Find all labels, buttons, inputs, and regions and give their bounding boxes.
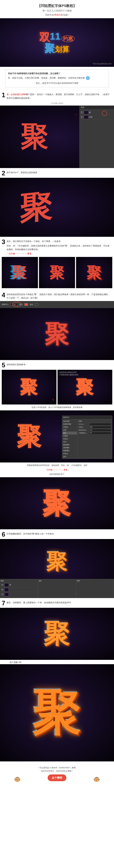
step3-line2: 开始 Alt +方向键挤压，选择合适的厚度之后要修收栏在后的"聚"，其他的合并，…	[7, 244, 111, 251]
style-item[interactable]: 混合选项	[63, 420, 77, 423]
step2-canvas: 聚	[0, 178, 114, 237]
step5-caption-mid: 这是个1PX的边框，加上个1PX相描边就够饱满，参考看效果	[0, 404, 114, 410]
ps-options-bar[interactable]: 选择中心 1 px 填充 描边	[0, 301, 114, 308]
visibility-icon[interactable]	[81, 116, 83, 118]
step1-num: 1	[2, 92, 5, 98]
style-list[interactable]: 混合选项 斜面和浮雕 等高线 纹理 描边 内阴影 内发光 光泽 颜色叠加 渐变叠…	[62, 419, 78, 459]
hero-yuehui: 约惠	[62, 35, 75, 42]
step2-num: 2	[2, 170, 5, 176]
step3-img-2: 聚	[39, 257, 75, 288]
style-item[interactable]: 等高线	[63, 426, 77, 429]
layer-row[interactable]: 背景	[80, 115, 113, 120]
layers-tab[interactable]: 图层	[79, 105, 114, 110]
intro-callout: 有妹子问-电商海报的大标题字体总是很炫酷，怎么做呢？ 答：很多方法啦。大神们用C…	[5, 69, 109, 87]
opac-input[interactable]: 100	[89, 432, 111, 434]
subtitle-2: 写的不好求你们多包涵~	[0, 13, 114, 17]
dialog-title: 图层样式	[62, 416, 112, 419]
step3-gallery: 聚 聚 聚	[0, 257, 114, 290]
layer-thumb	[4, 593, 9, 596]
step-6: 6 打开隐藏的图层，在中间的"聚"图层上加一个外发光 聚 图层 聚 属性 调整	[0, 529, 114, 598]
pane-title[interactable]: 调整	[77, 580, 113, 582]
final-char: 聚	[33, 680, 81, 746]
blend-select[interactable]: 正常	[89, 429, 111, 431]
step5-num: 5	[2, 362, 5, 368]
visibility-icon[interactable]	[1, 589, 3, 591]
caption-top: 边框的竖向随便定来吧 只要能把握在偏面的感觉	[59, 371, 78, 376]
style-item[interactable]: 内发光	[63, 437, 77, 440]
style-item[interactable]: 渐变叠加	[63, 446, 77, 449]
hero-credit: * 图片来自@AK双生大神	[92, 63, 111, 65]
layer-thumb	[4, 583, 9, 587]
layer-thumb	[84, 111, 88, 114]
header: 【凹陷霓虹字体PS教程】 第一次正儿八经的写个小教程 写的不好求你们多包涵~	[0, 0, 114, 18]
sub2c: 多包涵~	[61, 13, 69, 16]
visibility-icon[interactable]	[81, 112, 83, 114]
attention-circle-icon	[102, 111, 107, 116]
opt-select-center[interactable]: 选择中心	[2, 303, 9, 306]
like-button[interactable]: 点个赞吧	[48, 774, 66, 781]
layer-thumb	[84, 116, 88, 119]
layer-row[interactable]: 聚	[80, 110, 113, 115]
pos-select[interactable]: 外部	[89, 426, 111, 429]
size-input[interactable]: 1	[89, 423, 111, 426]
step-5: 5 这时候我们复制参考~ 聚 ↘ 聚 边框的竖向随便定来吧 只要能把握在偏面的感…	[0, 360, 114, 529]
pos-label: 位置(P):	[79, 426, 88, 428]
step-2: 2 把字体Ctrl+T，变形到合适的角度 聚	[0, 168, 114, 237]
step3-line1: 首先，我们看到文字后面有一个描边，有个厚度，一份多彩	[7, 240, 111, 243]
step5-img2: 聚 边框的竖向随便定来吧 只要能把握在偏面的感觉	[58, 370, 112, 404]
stroke-swatch[interactable]	[35, 303, 38, 306]
arrow-icon: ↘	[52, 398, 54, 401]
style-item[interactable]: 颜色叠加	[63, 443, 77, 446]
step5-char2: 聚	[76, 375, 93, 399]
style-item-active[interactable]: 描边	[63, 432, 77, 435]
step4-canvas: 选择中心 1 px 填充 描边 聚	[0, 301, 114, 360]
props-pane[interactable]: 属性	[38, 579, 76, 598]
step3-char3: 聚	[87, 262, 102, 282]
step1-red: 第一步把标题打好啊!	[7, 93, 26, 96]
visibility-icon[interactable]	[1, 593, 3, 595]
pane-title[interactable]: 属性	[39, 580, 75, 582]
pane-title[interactable]: 图层	[1, 580, 37, 582]
fill-swatch[interactable]	[25, 303, 28, 306]
style-item[interactable]: 斜面和浮雕	[63, 423, 77, 426]
blend-label: 混合模式(B):	[79, 429, 88, 431]
adjust-pane[interactable]: 调整	[76, 579, 114, 598]
mascot-icon	[93, 776, 100, 783]
step4-text: 这时候底层拷贝还有个带描边"聚"，选择这个就画，我们做边界效果！跟挤出来的原理一…	[7, 292, 111, 300]
step5-caption-b1: 浮雕效果看着也来有到对的 描边效果 开始 Alt +方向键挤压，这时	[0, 462, 114, 468]
step5-direction: 「方向键→↑→↑→↑→↑重复」	[0, 468, 114, 473]
subtitle-1: 第一次正儿八经的写个小教程	[0, 9, 114, 12]
step1-canvas: 聚 图层 聚 背景 →	[0, 105, 114, 168]
step3-direction: 「方向键→↑→↑→↑→↑重复」	[7, 252, 111, 255]
opac-label: 不透明度(O):	[79, 432, 88, 434]
step5-text: 这时候我们复制参考~	[7, 362, 111, 366]
layers-panel[interactable]: 图层 聚 背景	[79, 105, 114, 168]
step5-char1: 聚	[21, 375, 38, 399]
style-item[interactable]: 光泽	[63, 440, 77, 443]
step3-img-1: 聚	[2, 257, 38, 288]
main-title: 【凹陷霓虹字体PS教程】	[0, 3, 114, 8]
style-item[interactable]: 图案叠加	[63, 449, 77, 452]
step4-char: 聚	[45, 317, 69, 350]
layer-style-dialog[interactable]: 图层样式 混合选项 斜面和浮雕 等高线 纹理 描边 内阴影 内发光 光泽 颜色叠…	[62, 415, 112, 459]
callout-question: 有妹子问-电商海报的大标题字体总是很炫酷，怎么做呢？	[8, 72, 106, 75]
footer: * 作品原权益 © 戳米米（3D89976007）解释 说的不好的地方，好好写还…	[0, 762, 114, 788]
layers-pane[interactable]: 图层 聚	[0, 579, 38, 598]
final-result: 聚	[0, 664, 114, 762]
style-item[interactable]: 投影	[63, 455, 77, 458]
step3-img-3: 聚	[76, 257, 112, 288]
ps-bottom-panels[interactable]: 图层 聚 属性 调整	[0, 579, 114, 598]
layer-name: 背景	[89, 116, 92, 118]
step-4: 4 这时候底层拷贝还有个带描边"聚"，选择这个就画，我们做边界效果！跟挤出来的原…	[0, 290, 114, 360]
callout-answer: 答：很多方法啦。大神们用C4D啊，画笔做，用AI啊，黄晓明说：这简单改天教你都	[8, 76, 106, 80]
style-item[interactable]: 纹理	[63, 429, 77, 432]
footer-credit1: * 作品原权益 © 戳米米（3D89976007）解释	[0, 767, 114, 769]
struct-label: 结构	[79, 420, 111, 422]
visibility-icon[interactable]	[1, 584, 3, 586]
footer-credit2: 说的不好的地方，好好写还给点赞嘛！	[0, 770, 114, 772]
step5-char3: 聚	[17, 420, 42, 453]
style-item[interactable]: 外发光	[63, 452, 77, 455]
layer-thumb	[4, 588, 9, 591]
style-item[interactable]: 内阴影	[63, 435, 77, 437]
style-settings: 结构 大小(S):1 位置(P):外部 混合模式(B):正常 不透明度(O):1…	[78, 419, 112, 459]
